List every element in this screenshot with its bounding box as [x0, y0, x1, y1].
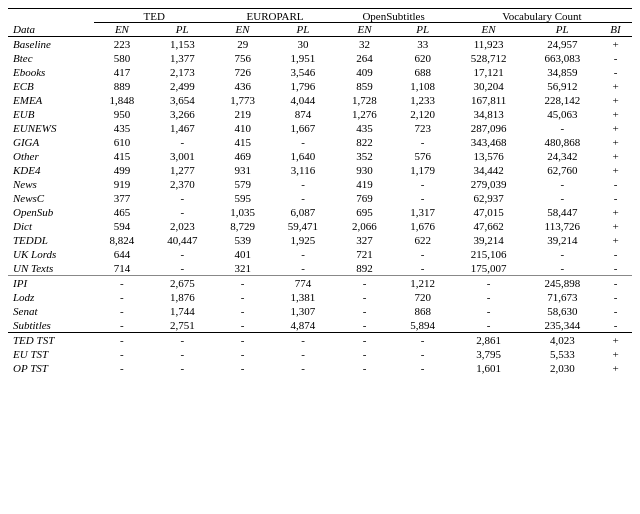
cell-value: 419 [335, 177, 393, 191]
table-row: GIGA610-415-822-343,468480,868+ [8, 135, 632, 149]
cell-value: 5,533 [525, 347, 599, 361]
cell-value: - [215, 290, 271, 304]
row-label: UK Lords [8, 247, 94, 261]
cell-value: 175,007 [452, 261, 526, 276]
cell-value: + [599, 205, 632, 219]
vocab-en-header: EN [452, 23, 526, 37]
cell-value: 874 [271, 107, 336, 121]
cell-value: - [335, 347, 393, 361]
cell-value: 71,673 [525, 290, 599, 304]
cell-value: - [215, 333, 271, 348]
cell-value: 1,744 [150, 304, 215, 318]
cell-value: - [271, 135, 336, 149]
cell-value: + [599, 135, 632, 149]
cell-value: - [271, 333, 336, 348]
row-label: ECB [8, 79, 94, 93]
opensubtitles-pl-header: PL [394, 23, 452, 37]
cell-value: 695 [335, 205, 393, 219]
table-row: Baseline2231,1532930323311,92324,957+ [8, 37, 632, 52]
cell-value: 2,675 [150, 276, 215, 291]
cell-value: 13,576 [452, 149, 526, 163]
cell-value: - [150, 361, 215, 375]
cell-value: + [599, 37, 632, 52]
cell-value: - [271, 261, 336, 276]
cell-value: 576 [394, 149, 452, 163]
row-label: Lodz [8, 290, 94, 304]
row-label: IPI [8, 276, 94, 291]
cell-value: 1,377 [150, 51, 215, 65]
cell-value: 34,442 [452, 163, 526, 177]
cell-value: + [599, 333, 632, 348]
cell-value: 610 [94, 135, 150, 149]
cell-value: 410 [215, 121, 271, 135]
cell-value: 3,546 [271, 65, 336, 79]
table-row: Senat-1,744-1,307-868-58,630- [8, 304, 632, 318]
cell-value: 34,859 [525, 65, 599, 79]
cell-value: - [599, 304, 632, 318]
row-label: Dict [8, 219, 94, 233]
cell-value: 8,729 [215, 219, 271, 233]
table-row: EU TST------3,7955,533+ [8, 347, 632, 361]
cell-value: 215,106 [452, 247, 526, 261]
cell-value: 409 [335, 65, 393, 79]
table-row: Lodz-1,876-1,381-720-71,673- [8, 290, 632, 304]
cell-value: 720 [394, 290, 452, 304]
cell-value: 1,667 [271, 121, 336, 135]
table-row: TED TST------2,8614,023+ [8, 333, 632, 348]
cell-value: 723 [394, 121, 452, 135]
cell-value: 3,266 [150, 107, 215, 121]
cell-value: 1,233 [394, 93, 452, 107]
cell-value: 726 [215, 65, 271, 79]
row-label: UN Texts [8, 261, 94, 276]
cell-value: - [94, 304, 150, 318]
cell-value: 2,370 [150, 177, 215, 191]
cell-value: - [271, 191, 336, 205]
cell-value: 343,468 [452, 135, 526, 149]
cell-value: 245,898 [525, 276, 599, 291]
row-label: EU TST [8, 347, 94, 361]
table-row: News9192,370579-419-279,039-- [8, 177, 632, 191]
row-label: EUNEWS [8, 121, 94, 135]
cell-value: 235,344 [525, 318, 599, 333]
cell-value: - [599, 191, 632, 205]
cell-value: 8,824 [94, 233, 150, 247]
cell-value: 34,813 [452, 107, 526, 121]
cell-value: - [394, 135, 452, 149]
cell-value: 4,874 [271, 318, 336, 333]
cell-value: + [599, 163, 632, 177]
cell-value: 1,728 [335, 93, 393, 107]
table-row: Other4153,0014691,64035257613,57624,342+ [8, 149, 632, 163]
cell-value: - [525, 177, 599, 191]
cell-value: - [94, 290, 150, 304]
cell-value: - [335, 276, 393, 291]
cell-value: 3,116 [271, 163, 336, 177]
row-label: TED TST [8, 333, 94, 348]
cell-value: + [599, 219, 632, 233]
cell-value: 1,467 [150, 121, 215, 135]
table-row: EMEA1,8483,6541,7734,0441,7281,233167,81… [8, 93, 632, 107]
cell-value: - [452, 276, 526, 291]
cell-value: - [599, 261, 632, 276]
cell-value: 401 [215, 247, 271, 261]
cell-value: - [215, 361, 271, 375]
cell-value: 868 [394, 304, 452, 318]
row-label: Subtitles [8, 318, 94, 333]
vocab-bi-header: BI [599, 23, 632, 37]
column-group-header: TED EUROPARL OpenSubtitles Vocabulary Co… [8, 9, 632, 23]
table-row: ECB8892,4994361,7968591,10830,20456,912+ [8, 79, 632, 93]
cell-value: - [94, 318, 150, 333]
cell-value: - [94, 276, 150, 291]
vocabulary-header: Vocabulary Count [452, 9, 632, 23]
cell-value: 822 [335, 135, 393, 149]
cell-value: 919 [94, 177, 150, 191]
cell-value: + [599, 361, 632, 375]
row-label: Senat [8, 304, 94, 318]
cell-value: 32 [335, 37, 393, 52]
cell-value: + [599, 93, 632, 107]
cell-value: 1,951 [271, 51, 336, 65]
cell-value: - [215, 347, 271, 361]
cell-value: 1,601 [452, 361, 526, 375]
cell-value: 30 [271, 37, 336, 52]
cell-value: + [599, 233, 632, 247]
cell-value: - [94, 333, 150, 348]
